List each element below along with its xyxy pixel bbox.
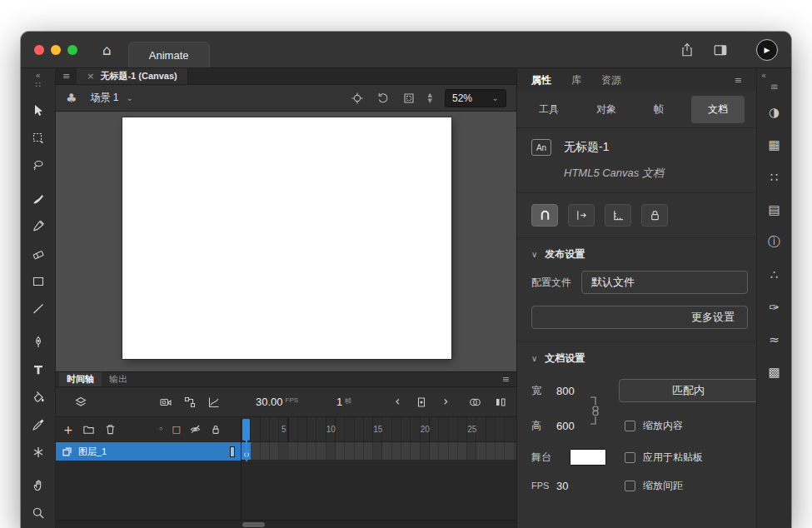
asset-warp-tool[interactable] — [25, 438, 52, 466]
step-back-icon[interactable]: ‹ — [395, 396, 400, 408]
add-layer-icon[interactable]: + — [63, 423, 73, 436]
timeline-scrollbar[interactable] — [56, 520, 516, 528]
close-window-button[interactable] — [34, 45, 44, 55]
center-frame-icon[interactable] — [415, 396, 428, 409]
lock-layers-icon[interactable] — [210, 424, 222, 436]
fluid-brush-tool[interactable] — [25, 185, 52, 212]
onion-skin-icon[interactable] — [468, 396, 482, 409]
selection-tool[interactable] — [25, 97, 52, 124]
subtab-tool[interactable]: 工具 — [529, 97, 569, 122]
tab-timeline[interactable]: 时间轴 — [59, 372, 102, 386]
scene-icon[interactable]: ♣ — [66, 91, 77, 106]
step-down-icon[interactable]: ▼ — [428, 98, 432, 104]
more-settings-button[interactable]: 更多设置 — [531, 306, 748, 329]
align-icon[interactable]: ▤ — [757, 193, 791, 226]
document-tab[interactable]: × 无标题-1 (Canvas) — [77, 68, 188, 84]
eyedropper-tool[interactable] — [25, 411, 52, 438]
tab-assets[interactable]: 资源 — [601, 73, 621, 87]
pen-tool[interactable] — [25, 328, 52, 356]
snap-magnet-button[interactable] — [531, 204, 558, 227]
zoom-tool[interactable] — [25, 499, 52, 526]
home-icon[interactable]: ⌂ — [102, 42, 112, 58]
center-stage-icon[interactable] — [351, 92, 364, 105]
step-forward-icon[interactable]: › — [443, 396, 448, 408]
match-contents-button[interactable]: 匹配内 — [619, 379, 756, 402]
info-icon[interactable]: ⓘ — [757, 226, 791, 258]
layer-stack-icon[interactable] — [74, 396, 87, 409]
scene-name[interactable]: 场景 1 — [90, 91, 118, 105]
tools-grip-icon[interactable]: ∷ — [35, 80, 40, 89]
frame-picker-icon[interactable]: ◑ — [757, 96, 791, 128]
zoom-stepper[interactable]: ▲ ▼ — [428, 92, 432, 104]
paint-bucket-tool[interactable] — [25, 383, 52, 411]
snap-grid-icon[interactable]: ∷ — [757, 161, 791, 193]
camera-icon[interactable] — [159, 396, 172, 409]
tab-properties[interactable]: 属性 — [531, 73, 551, 87]
hand-tool[interactable] — [25, 471, 52, 499]
properties-menu-icon[interactable]: ≡ — [735, 75, 742, 86]
subtab-frame[interactable]: 帧 — [644, 97, 674, 122]
motion-editor-icon[interactable]: ≈ — [757, 323, 791, 356]
panel-toggle-icon[interactable] — [713, 42, 728, 57]
eraser-tool[interactable] — [25, 240, 52, 267]
timeline-menu-icon[interactable]: ≡ — [496, 374, 516, 385]
frames-pane[interactable]: 5 10 15 20 25 — [242, 417, 516, 520]
snap-lock-button[interactable] — [641, 204, 668, 227]
rectangle-tool[interactable] — [25, 267, 52, 295]
collapse-tools-icon[interactable]: « — [35, 71, 40, 80]
delete-layer-icon[interactable] — [104, 423, 117, 436]
current-frame-display[interactable]: 1 帧 — [336, 396, 351, 408]
stage-color-swatch[interactable] — [570, 449, 606, 466]
minimize-window-button[interactable] — [51, 45, 61, 55]
show-hide-icon[interactable] — [189, 423, 202, 436]
profile-select[interactable]: 默认文件 — [581, 271, 748, 294]
zoom-window-button[interactable] — [67, 45, 77, 55]
tab-strip-menu-icon[interactable]: ≡ — [56, 71, 77, 82]
publish-settings-header[interactable]: ∨ 发布设置 — [517, 238, 756, 269]
document-settings-header[interactable]: ∨ 文档设置 — [517, 342, 756, 373]
scene-caret-icon[interactable]: ⌄ — [126, 93, 132, 102]
snap-align-button[interactable] — [568, 204, 595, 227]
tab-output[interactable]: 输出 — [102, 372, 135, 386]
edit-multiple-frames-icon[interactable] — [494, 396, 507, 409]
tab-library[interactable]: 库 — [571, 73, 581, 87]
text-tool[interactable] — [25, 356, 52, 383]
scale-spacing-checkbox[interactable] — [625, 481, 635, 491]
stage[interactable] — [122, 117, 451, 359]
timeline-scrollbar-thumb[interactable] — [242, 522, 265, 527]
subtab-document[interactable]: 文档 — [691, 96, 745, 123]
subtab-object[interactable]: 对象 — [586, 97, 626, 122]
swatches-icon[interactable]: ▦ — [757, 128, 791, 161]
pasteboard[interactable] — [56, 112, 516, 371]
motion-graph-icon[interactable] — [207, 396, 221, 409]
fps-display[interactable]: 30.00 FPS — [256, 396, 298, 408]
test-movie-button[interactable]: ▶ — [756, 39, 778, 61]
layer-frames-row[interactable] — [242, 442, 516, 461]
scale-content-checkbox[interactable] — [625, 421, 635, 431]
layer-outline-color[interactable] — [230, 446, 235, 457]
outline-layer-icon[interactable]: □ — [172, 424, 181, 435]
collapse-dock-icon[interactable]: « — [757, 68, 791, 81]
clip-content-icon[interactable] — [402, 92, 416, 105]
color-icon[interactable]: ∴ — [757, 258, 791, 291]
rotate-view-icon[interactable] — [376, 92, 390, 105]
brush-library-icon[interactable]: ✑ — [757, 291, 791, 323]
lasso-tool[interactable] — [25, 152, 52, 179]
close-document-icon[interactable]: × — [87, 71, 94, 82]
share-icon[interactable] — [680, 42, 695, 57]
layer-row-selected[interactable]: 图层_1 — [56, 442, 241, 461]
free-transform-tool[interactable] — [25, 124, 52, 152]
apply-to-pasteboard-checkbox[interactable] — [625, 452, 635, 463]
classic-brush-tool[interactable] — [25, 212, 52, 240]
playhead[interactable] — [242, 419, 250, 441]
components-icon[interactable]: ▩ — [757, 356, 791, 388]
fps-input[interactable] — [556, 480, 603, 492]
snap-ruler-button[interactable] — [605, 204, 631, 227]
highlight-layer-icon[interactable]: ◦ — [158, 424, 164, 435]
dock-menu-icon[interactable]: ≡ — [770, 81, 778, 96]
app-tab-animate[interactable]: Animate — [128, 42, 210, 67]
zoom-level-select[interactable]: 52% ⌄ — [445, 89, 506, 107]
add-folder-icon[interactable] — [82, 423, 95, 436]
height-input[interactable] — [556, 420, 603, 432]
line-tool[interactable] — [25, 295, 52, 322]
